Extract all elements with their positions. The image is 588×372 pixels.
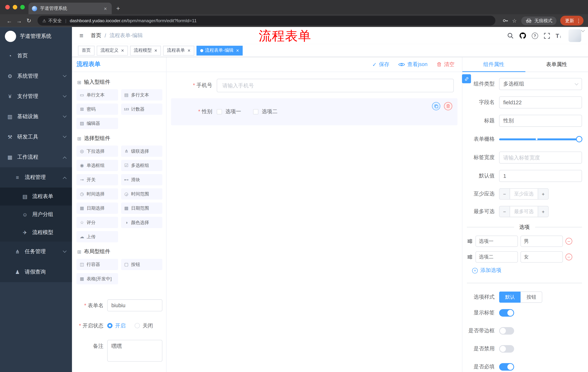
tag-process-model[interactable]: 流程模型 × xyxy=(130,45,161,55)
field-link-icon[interactable] xyxy=(462,74,471,83)
remove-option-button[interactable]: − xyxy=(566,238,572,244)
palette-item-row-container[interactable]: ◫行容器 xyxy=(76,259,118,270)
radio-status-off[interactable]: 关闭 xyxy=(135,319,153,332)
form-name-input[interactable] xyxy=(107,299,162,311)
sidebar-item-process-mgmt[interactable]: ≡ 流程管理 xyxy=(0,167,72,187)
palette-item-multi-text[interactable]: ▤多行文本 xyxy=(121,89,162,101)
palette-item-switch[interactable]: ⊸开关 xyxy=(76,174,118,185)
delete-component-button[interactable] xyxy=(444,102,452,110)
title-input[interactable] xyxy=(499,115,582,127)
palette-item-checkbox-group[interactable]: ☑多选框组 xyxy=(121,160,162,171)
palette-item-color-picker[interactable]: ◑颜色选择 xyxy=(121,217,162,228)
view-json-button[interactable]: 查看json xyxy=(399,61,428,68)
sidebar-item-dev-tools[interactable]: ⚒ 研发工具 xyxy=(0,127,72,147)
tab-close-icon[interactable]: × xyxy=(102,5,108,11)
remark-textarea[interactable]: 嘿嘿 xyxy=(107,340,162,362)
address-bar[interactable]: ⚠ 不安全 | dashboard.yudao.iocoder.cn /bpm/… xyxy=(37,16,496,26)
user-avatar[interactable] xyxy=(568,29,581,42)
sidebar-item-workflow[interactable]: ▦ 工作流程 xyxy=(0,147,72,167)
palette-item-button[interactable]: ▢按钮 xyxy=(121,259,162,270)
decrement-button[interactable]: − xyxy=(500,189,510,199)
close-window-button[interactable] xyxy=(5,5,10,10)
phone-input[interactable] xyxy=(217,79,454,92)
decrement-button[interactable]: − xyxy=(500,206,510,217)
max-select-value[interactable]: 最多可选 xyxy=(510,206,538,217)
back-button[interactable]: ← xyxy=(5,18,14,24)
sidebar-item-infrastructure[interactable]: ▥ 基础设施 xyxy=(0,106,72,127)
phone-field-block[interactable]: 手机号 xyxy=(171,75,458,96)
kebab-menu-icon[interactable]: ⋮ xyxy=(576,18,581,24)
option-value-input[interactable] xyxy=(521,251,563,263)
help-icon[interactable]: ? xyxy=(532,32,538,39)
font-size-icon[interactable]: T↕ xyxy=(556,32,561,39)
checkbox-option-1[interactable]: 选项一 xyxy=(217,108,241,115)
password-key-icon[interactable] xyxy=(503,18,509,24)
palette-item-table[interactable]: ▦表格[开发中] xyxy=(76,273,118,285)
tab-form-props[interactable]: 表单属性 xyxy=(525,57,588,72)
palette-item-select[interactable]: ◎下拉选择 xyxy=(76,146,118,157)
palette-item-slider[interactable]: ⊷滑块 xyxy=(121,174,162,185)
minimize-window-button[interactable] xyxy=(13,5,17,10)
gender-field-block[interactable]: 性别 选项一 选项二 xyxy=(171,98,458,125)
breadcrumb-home[interactable]: 首页 xyxy=(91,32,101,39)
tag-close-icon[interactable]: × xyxy=(121,48,124,53)
sidebar-item-home[interactable]: ◔ 首页 xyxy=(0,46,72,66)
sidebar-item-user-group[interactable]: ☺ 用户分组 xyxy=(0,206,72,224)
palette-item-counter[interactable]: 123计数器 xyxy=(121,104,162,115)
clear-button[interactable]: 清空 xyxy=(436,61,454,68)
github-icon[interactable] xyxy=(519,32,526,39)
tag-close-icon[interactable]: × xyxy=(154,48,157,53)
palette-item-time-range[interactable]: ◶时间范围 xyxy=(121,188,162,200)
style-button-button[interactable]: 按钮 xyxy=(521,292,542,303)
required-toggle[interactable] xyxy=(499,363,514,371)
checkbox-option-2[interactable]: 选项二 xyxy=(253,108,277,115)
show-label-toggle[interactable] xyxy=(499,309,514,317)
sidebar-item-leave-query[interactable]: ♟ 请假查询 xyxy=(0,262,72,282)
sidebar-item-task-mgmt[interactable]: ⋔ 任务管理 xyxy=(0,242,72,262)
slider-handle[interactable] xyxy=(576,136,582,142)
tag-home[interactable]: 首页 xyxy=(78,45,94,55)
tab-component-props[interactable]: 组件属性 xyxy=(462,57,525,72)
label-width-input[interactable] xyxy=(499,152,582,164)
disabled-toggle[interactable] xyxy=(499,345,514,352)
palette-item-cascader[interactable]: ⋔级联选择 xyxy=(121,146,162,157)
drag-handle-icon[interactable] xyxy=(467,254,473,260)
drag-handle-icon[interactable] xyxy=(467,238,473,244)
tag-close-icon[interactable]: × xyxy=(188,48,190,53)
tag-process-form[interactable]: 流程表单 × xyxy=(163,45,194,55)
palette-item-single-text[interactable]: ▭单行文本 xyxy=(76,89,118,101)
sidebar-item-process-form[interactable]: ▤ 流程表单 xyxy=(0,188,72,206)
default-value-input[interactable] xyxy=(499,170,582,182)
palette-item-date-range[interactable]: ▩日期范围 xyxy=(121,202,162,214)
with-border-toggle[interactable] xyxy=(499,327,514,335)
palette-item-upload[interactable]: ☁上传 xyxy=(76,231,118,242)
component-type-select[interactable]: 多选框组 xyxy=(499,78,582,90)
sidebar-item-process-model[interactable]: ✈ 流程模型 xyxy=(0,223,72,242)
fullscreen-icon[interactable] xyxy=(544,32,550,39)
forward-button[interactable]: → xyxy=(14,18,24,24)
palette-item-time-picker[interactable]: ◷时间选择 xyxy=(76,188,118,200)
tag-process-definition[interactable]: 流程定义 × xyxy=(97,45,128,55)
field-name-input[interactable] xyxy=(499,96,582,108)
palette-item-date-picker[interactable]: ▦日期选择 xyxy=(76,202,118,214)
palette-item-editor[interactable]: ▨编辑器 xyxy=(76,118,118,129)
copy-component-button[interactable] xyxy=(432,102,440,110)
bookmark-star-icon[interactable]: ☆ xyxy=(512,18,517,24)
tag-close-icon[interactable]: × xyxy=(236,48,239,53)
save-button[interactable]: ✓ 保存 xyxy=(372,61,389,68)
reload-button[interactable]: ↻ xyxy=(24,17,34,24)
sidebar-toggle-hamburger-icon[interactable]: ≡ xyxy=(72,32,91,40)
browser-tab[interactable]: 芋道管理系统 × xyxy=(29,2,112,14)
style-default-button[interactable]: 默认 xyxy=(499,292,520,303)
maximize-window-button[interactable] xyxy=(20,5,25,10)
new-tab-button[interactable]: + xyxy=(116,2,120,14)
tag-process-form-edit[interactable]: 流程表单-编辑 × xyxy=(197,45,243,55)
option-value-input[interactable] xyxy=(521,235,563,247)
palette-item-radio-group[interactable]: ◉单选框组 xyxy=(76,160,118,171)
palette-item-password[interactable]: ⊠密码 xyxy=(76,104,118,115)
search-icon[interactable] xyxy=(507,32,514,39)
increment-button[interactable]: + xyxy=(538,189,548,199)
option-label-input[interactable] xyxy=(476,235,518,247)
increment-button[interactable]: + xyxy=(538,206,548,217)
slider-track[interactable] xyxy=(499,138,579,140)
